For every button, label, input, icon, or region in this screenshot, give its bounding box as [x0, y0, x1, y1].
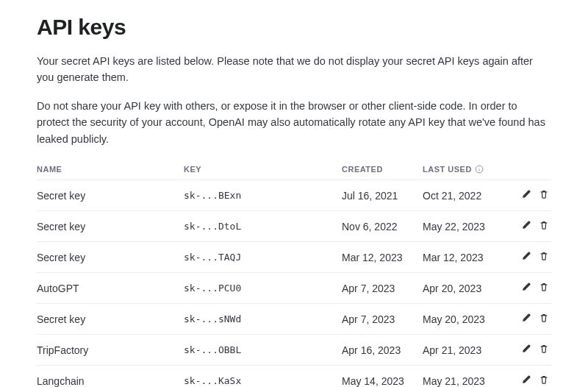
table-row: Langchainsk-...KaSxMay 14, 2023May 21, 2… [37, 366, 551, 387]
delete-button[interactable] [537, 187, 551, 204]
key-name: Langchain [37, 366, 184, 387]
key-actions [511, 366, 551, 387]
key-value: sk-...BExn [184, 180, 342, 211]
col-header-name: NAME [37, 159, 184, 180]
trash-icon [539, 220, 549, 232]
key-name: Secret key [37, 242, 184, 273]
key-actions [511, 211, 551, 242]
table-row: TripFactorysk-...OBBLApr 16, 2023Apr 21,… [37, 335, 551, 366]
svg-point-2 [478, 168, 479, 168]
key-created: May 14, 2023 [342, 366, 423, 387]
table-row: Secret keysk-...sNWdApr 7, 2023May 20, 2… [37, 304, 551, 335]
key-created: Apr 7, 2023 [342, 304, 423, 335]
trash-icon [539, 251, 549, 263]
pencil-icon [521, 282, 531, 294]
delete-button[interactable] [537, 341, 551, 358]
table-row: Secret keysk-...TAQJMar 12, 2023Mar 12, … [37, 242, 551, 273]
key-lastused: May 21, 2023 [423, 366, 511, 387]
key-created: Apr 7, 2023 [342, 273, 423, 304]
pencil-icon [521, 189, 531, 202]
intro-paragraph-1: Your secret API keys are listed below. P… [37, 53, 551, 86]
page-title: API keys [37, 15, 551, 40]
key-lastused: May 22, 2023 [423, 211, 511, 242]
edit-button[interactable] [519, 249, 534, 266]
key-name: Secret key [37, 180, 184, 211]
delete-button[interactable] [537, 218, 551, 235]
key-lastused: Apr 21, 2023 [423, 335, 511, 366]
col-header-lastused: LAST USED [423, 159, 511, 180]
trash-icon [539, 344, 549, 356]
key-name: TripFactory [37, 335, 184, 366]
table-row: AutoGPTsk-...PCU0Apr 7, 2023Apr 20, 2023 [37, 273, 551, 304]
key-lastused: Mar 12, 2023 [423, 242, 511, 273]
key-value: sk-...sNWd [184, 304, 342, 335]
key-lastused: May 20, 2023 [423, 304, 511, 335]
info-icon[interactable] [475, 165, 484, 174]
trash-icon [539, 313, 549, 325]
key-value: sk-...DtoL [184, 211, 342, 242]
delete-button[interactable] [537, 280, 551, 297]
table-row: Secret keysk-...BExnJul 16, 2021Oct 21, … [37, 180, 551, 211]
key-actions [511, 335, 551, 366]
pencil-icon [521, 344, 531, 356]
key-lastused: Oct 21, 2022 [423, 180, 511, 211]
pencil-icon [521, 220, 531, 232]
key-actions [511, 304, 551, 335]
key-value: sk-...OBBL [184, 335, 342, 366]
edit-button[interactable] [519, 341, 534, 358]
intro-paragraph-2: Do not share your API key with others, o… [37, 98, 551, 147]
col-header-lastused-label: LAST USED [423, 165, 472, 174]
edit-button[interactable] [519, 187, 534, 204]
key-actions [511, 180, 551, 211]
key-created: Mar 12, 2023 [342, 242, 423, 273]
edit-button[interactable] [519, 372, 534, 387]
edit-button[interactable] [519, 280, 534, 297]
key-lastused: Apr 20, 2023 [423, 273, 511, 304]
table-row: Secret keysk-...DtoLNov 6, 2022May 22, 2… [37, 211, 551, 242]
delete-button[interactable] [537, 310, 551, 327]
col-header-actions [511, 159, 551, 180]
trash-icon [539, 374, 549, 387]
key-actions [511, 273, 551, 304]
col-header-key: KEY [184, 159, 342, 180]
edit-button[interactable] [519, 310, 534, 327]
delete-button[interactable] [537, 249, 551, 266]
edit-button[interactable] [519, 218, 534, 235]
key-name: Secret key [37, 211, 184, 242]
key-created: Nov 6, 2022 [342, 211, 423, 242]
key-name: Secret key [37, 304, 184, 335]
pencil-icon [521, 313, 531, 325]
trash-icon [539, 189, 549, 202]
pencil-icon [521, 251, 531, 263]
key-created: Apr 16, 2023 [342, 335, 423, 366]
key-value: sk-...KaSx [184, 366, 342, 387]
key-created: Jul 16, 2021 [342, 180, 423, 211]
pencil-icon [521, 374, 531, 387]
delete-button[interactable] [537, 372, 551, 387]
trash-icon [539, 282, 549, 294]
api-keys-table: NAME KEY CREATED LAST USED Secret [37, 159, 551, 387]
key-name: AutoGPT [37, 273, 184, 304]
col-header-created: CREATED [342, 159, 423, 180]
key-value: sk-...PCU0 [184, 273, 342, 304]
key-value: sk-...TAQJ [184, 242, 342, 273]
key-actions [511, 242, 551, 273]
